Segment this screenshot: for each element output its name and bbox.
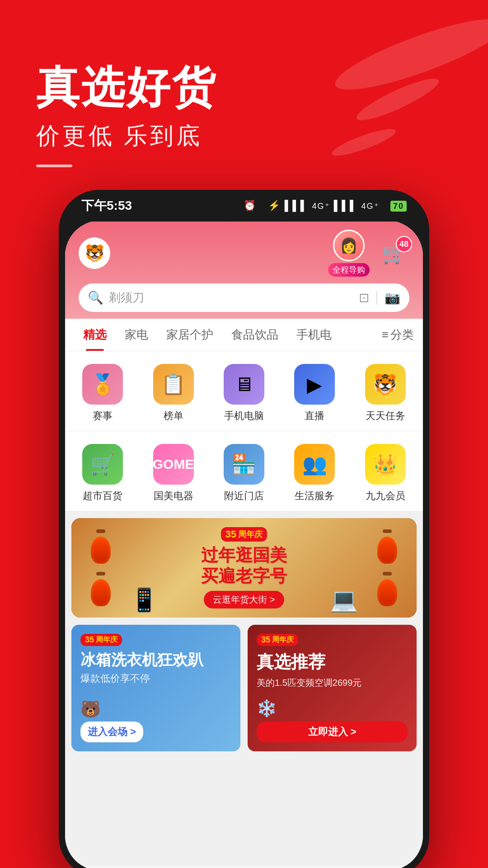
daily-task-label: 天天任务	[366, 409, 405, 423]
search-placeholder: 剃须刀	[109, 290, 353, 306]
shortcut-item-supermarket[interactable]: 🛒 超市百货	[70, 440, 136, 506]
qr-scan-icon[interactable]: ⊡	[359, 290, 369, 305]
card-right-bottom: ❄️ 立即进入 >	[257, 699, 408, 742]
banner-anniversary-tag: 35 周年庆	[221, 527, 267, 542]
ranking-icon: 📋	[161, 373, 186, 396]
nearby-store-icon-bg: 🏪	[224, 444, 264, 485]
shortcut-grid-row1: 🏅 赛事 📋 榜单 🖥 手机电脑	[65, 351, 423, 431]
tab-home-care[interactable]: 家居个护	[157, 319, 222, 351]
shortcut-item-contest[interactable]: 🏅 赛事	[70, 360, 136, 426]
tab-food[interactable]: 食品饮品	[222, 319, 287, 351]
tab-phone[interactable]: 手机电	[287, 319, 341, 351]
menu-icon: ≡	[382, 328, 389, 342]
contest-icon-bg: 🏅	[82, 364, 123, 405]
guide-avatar: 👩	[333, 230, 365, 261]
vip-member-icon: 👑	[373, 453, 398, 476]
app-header: 🐯 👩 全程导购 🛒	[65, 221, 423, 319]
product-card-fridge-washer[interactable]: 35 周年庆 冰箱洗衣机狂欢趴 爆款低价享不停 🐻 进入会场 >	[71, 625, 240, 751]
status-icons: ⏰ ⚡ ▌▌▌ 4G⁺ ▌▌▌ 4G⁺ 70	[244, 200, 407, 212]
banner-content: 35 周年庆 过年逛国美 买遍老字号 云逛年货大街 >	[201, 527, 287, 609]
shortcut-grid-row2: 🛒 超市百货 GOME 国美电器 🏪 附近门店	[65, 431, 423, 511]
phone-pc-label: 手机电脑	[224, 409, 264, 423]
lantern-rope-1	[96, 529, 105, 533]
decoration-streak-3	[329, 124, 398, 160]
card-left-tag: 35 周年庆	[80, 634, 122, 646]
shortcut-item-vip-member[interactable]: 👑 九九会员	[352, 440, 418, 506]
header-actions: 👩 全程导购 🛒 48	[328, 230, 409, 277]
supermarket-icon: 🛒	[90, 453, 115, 476]
network-label-1: 4G⁺	[312, 202, 330, 211]
gome-icon: GOME	[153, 457, 194, 472]
daily-task-icon: 🐯	[373, 373, 398, 396]
shortcut-item-gome[interactable]: GOME 国美电器	[140, 440, 206, 506]
scrollable-content[interactable]: 🏅 赛事 📋 榜单 🖥 手机电脑	[65, 351, 423, 866]
cart-button[interactable]: 🛒 48	[379, 238, 409, 269]
main-banner[interactable]: 35 周年庆 过年逛国美 买遍老字号 云逛年货大街 > 📱 💻	[71, 518, 417, 618]
card-right-title: 真选推荐	[257, 651, 408, 674]
gome-label: 国美电器	[154, 489, 193, 503]
tab-featured[interactable]: 精选	[74, 319, 116, 351]
battery-indicator: 70	[390, 201, 407, 212]
live-label: 直播	[305, 409, 324, 423]
card-left-title: 冰箱洗衣机狂欢趴	[80, 651, 231, 669]
ranking-icon-bg: 📋	[153, 364, 194, 405]
card-left-content: 35 周年庆 冰箱洗衣机狂欢趴 爆款低价享不停 🐻 进入会场 >	[71, 625, 240, 751]
nav-more-button[interactable]: ≡ 分类	[382, 327, 414, 343]
hero-section: 真选好货 价更低 乐到底	[36, 63, 217, 167]
lantern-left-2	[91, 579, 111, 606]
banner-cta-button[interactable]: 云逛年货大街 >	[204, 591, 284, 609]
shortcut-item-life-service[interactable]: 👥 生活服务	[282, 440, 347, 506]
card-left-top: 35 周年庆 冰箱洗衣机狂欢趴 爆款低价享不停	[80, 634, 231, 685]
search-bar[interactable]: 🔍 剃须刀 ⊡ 📷	[79, 283, 409, 312]
shortcut-item-ranking[interactable]: 📋 榜单	[140, 360, 206, 426]
lantern-right-1	[377, 537, 397, 564]
shortcut-item-nearby-store[interactable]: 🏪 附近门店	[211, 440, 277, 506]
bluetooth-icon: ⚡	[268, 200, 281, 211]
search-icon: 🔍	[88, 290, 103, 305]
product-card-recommended[interactable]: 35 周年庆 真选推荐 美的1.5匹变频空调2699元 ❄️ 立即进入 >	[248, 625, 417, 751]
header-top: 🐯 👩 全程导购 🛒	[79, 230, 409, 277]
banner-laptop-image: 💻	[330, 587, 358, 613]
phone-pc-icon: 🖥	[234, 373, 254, 396]
banner-title-line1: 过年逛国美	[201, 545, 287, 566]
shortcut-item-daily-task[interactable]: 🐯 天天任务	[352, 360, 418, 426]
shortcut-item-live[interactable]: ▶ 直播	[282, 360, 347, 426]
lantern-rope-2	[96, 572, 105, 576]
network-label-2: 4G⁺	[361, 202, 380, 211]
contest-icon: 🏅	[90, 373, 115, 396]
vip-member-label: 九九会员	[366, 489, 405, 503]
supermarket-label: 超市百货	[83, 489, 122, 503]
card-right-subtitle: 美的1.5匹变频空调2699元	[257, 676, 408, 689]
life-service-icon: 👥	[302, 453, 327, 476]
daily-task-icon-bg: 🐯	[365, 364, 406, 405]
tab-appliance[interactable]: 家电	[116, 319, 157, 351]
card-left-btn[interactable]: 进入会场 >	[80, 722, 143, 742]
camera-search-icon[interactable]: 📷	[385, 290, 400, 305]
life-service-label: 生活服务	[295, 489, 334, 503]
status-bar: 下午5:53 ⏰ ⚡ ▌▌▌ 4G⁺ ▌▌▌ 4G⁺ 70	[59, 190, 429, 222]
lantern-right-2	[377, 579, 397, 606]
supermarket-icon-bg: 🛒	[82, 444, 123, 485]
guide-button[interactable]: 👩 全程导购	[328, 230, 370, 277]
card-left-bottom: 🐻 进入会场 >	[80, 700, 231, 742]
card-right-product-image: ❄️	[257, 699, 408, 718]
shortcut-item-phone-pc[interactable]: 🖥 手机电脑	[211, 360, 277, 426]
banner-right-decor	[358, 518, 417, 618]
app-logo: 🐯	[79, 237, 110, 269]
logo-mascot: 🐯	[84, 244, 105, 263]
hero-subtitle: 价更低 乐到底	[36, 120, 217, 152]
phone-frame: 下午5:53 ⏰ ⚡ ▌▌▌ 4G⁺ ▌▌▌ 4G⁺ 70 🐯	[59, 190, 429, 868]
hero-divider	[36, 165, 72, 167]
nearby-store-label: 附近门店	[224, 489, 264, 503]
nav-more-label: 分类	[390, 327, 414, 343]
gome-icon-bg: GOME	[153, 444, 194, 485]
card-left-subtitle: 爆款低价享不停	[80, 672, 231, 685]
vip-member-icon-bg: 👑	[365, 444, 406, 485]
banner-phone-image: 📱	[130, 587, 158, 613]
card-right-btn[interactable]: 立即进入 >	[257, 722, 408, 742]
life-service-icon-bg: 👥	[294, 444, 335, 485]
alarm-icon: ⏰	[244, 200, 257, 211]
card-right-content: 35 周年庆 真选推荐 美的1.5匹变频空调2699元 ❄️ 立即进入 >	[248, 625, 417, 751]
contest-label: 赛事	[93, 409, 113, 423]
lantern-rope-r1	[383, 529, 392, 533]
